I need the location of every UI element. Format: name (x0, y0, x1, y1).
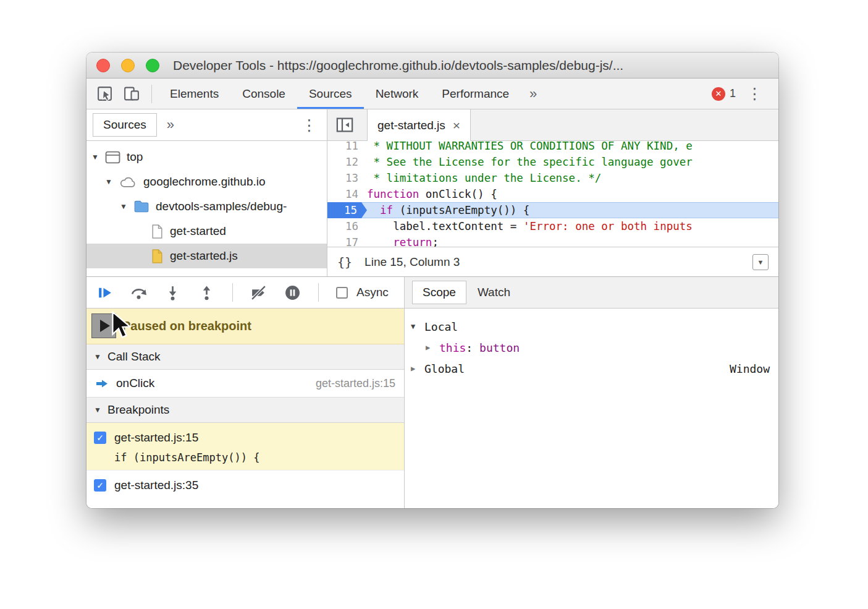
breakpoint-checkbox[interactable]: ✓ (94, 479, 106, 492)
scope-var-value: button (479, 341, 520, 354)
breakpoint-code: if (inputsAreEmpty()) { (114, 451, 397, 464)
expand-icon[interactable]: ▼ (120, 202, 133, 211)
collapse-icon[interactable]: ▼ (94, 352, 107, 361)
line-number-gutter[interactable]: 14 (327, 186, 367, 202)
pause-on-exceptions-button[interactable] (284, 284, 301, 301)
toolbar-separator (232, 283, 233, 302)
breakpoint-item[interactable]: ✓ get-started.js:15 if (inputsAreEmpty()… (86, 423, 404, 471)
line-number-gutter[interactable]: 16 (327, 218, 367, 234)
device-toolbar-button[interactable] (118, 79, 145, 109)
tree-item-origin[interactable]: ▼ googlechrome.github.io (86, 169, 327, 194)
scope-section-value: Window (730, 362, 770, 375)
panel-tabs: Elements Console Sources Network Perform… (158, 79, 546, 109)
breakpoint-item[interactable]: ✓ get-started.js:35 (86, 471, 404, 508)
paused-message: Paused on breakpoint (122, 319, 251, 333)
expand-icon[interactable]: ▼ (91, 153, 105, 161)
line-number-gutter[interactable]: 17 (327, 234, 367, 247)
tree-item-label: top (127, 150, 143, 164)
tab-scope[interactable]: Scope (412, 281, 466, 304)
breakpoint-checkbox[interactable]: ✓ (94, 432, 106, 444)
step-over-button[interactable] (130, 284, 147, 301)
toolbar-right: ✕ 1 ⋮ (712, 86, 778, 101)
file-tree: ▼ top ▼ googlechrome.github.io (86, 141, 327, 276)
tree-item-folder[interactable]: ▼ devtools-samples/debug- (86, 194, 327, 219)
more-sidebar-tabs-button[interactable]: » (167, 117, 174, 133)
execution-line-marker[interactable]: 15 (327, 202, 367, 218)
collapse-icon[interactable]: ▼ (411, 322, 424, 331)
pretty-print-button[interactable]: {} (337, 255, 352, 270)
navigator-kebab-icon[interactable]: ⋮ (298, 117, 321, 133)
cloud-icon (119, 176, 137, 189)
code-editor[interactable]: 11 * WITHOUT WARRANTIES OR CONDITIONS OF… (327, 141, 778, 247)
tree-item-label: get-started (170, 224, 226, 238)
close-window-button[interactable] (96, 59, 110, 72)
sources-bottom-split: Async Paused on breakpoint ▼ Call Stack (86, 277, 778, 508)
line-number-gutter[interactable]: 13 (327, 170, 367, 186)
tab-performance[interactable]: Performance (430, 79, 521, 109)
scope-var-this[interactable]: ▶ this: button (405, 337, 778, 358)
tab-elements[interactable]: Elements (158, 79, 230, 109)
resume-icon (96, 284, 113, 301)
scope-tree: ▼ Local ▶ this: button ▶ Global Window (405, 309, 778, 379)
scope-section-name: Global (424, 362, 465, 375)
error-badge-icon[interactable]: ✕ (712, 87, 725, 101)
tree-item-get-started[interactable]: get-started (86, 219, 327, 244)
tree-item-label: googlechrome.github.io (143, 175, 266, 189)
breakpoints-title: Breakpoints (107, 403, 169, 417)
editor-tab-label: get-started.js (377, 119, 445, 132)
line-number-gutter[interactable]: 12 (327, 154, 367, 170)
debugger-pane: Async Paused on breakpoint ▼ Call Stack (86, 277, 405, 508)
tree-item-label: devtools-samples/debug- (156, 200, 287, 213)
expand-icon[interactable]: ▼ (105, 177, 119, 186)
expand-icon[interactable]: ▶ (411, 364, 424, 373)
tab-network[interactable]: Network (364, 79, 431, 109)
code-scroll: 11 * WITHOUT WARRANTIES OR CONDITIONS OF… (327, 141, 778, 247)
frame-location: get-started.js:15 (316, 377, 395, 390)
file-js-icon (151, 249, 164, 264)
scope-section-global[interactable]: ▶ Global Window (405, 358, 778, 379)
tree-item-top[interactable]: ▼ top (86, 145, 327, 169)
minimize-window-button[interactable] (121, 59, 135, 72)
toolbar-separator (318, 283, 319, 302)
breakpoints-header[interactable]: ▼ Breakpoints (86, 398, 404, 423)
editor-status-bar: {} Line 15, Column 3 ▼ (327, 247, 778, 276)
expand-icon[interactable]: ▶ (426, 343, 439, 352)
editor-tab-get-started-js[interactable]: get-started.js × (367, 109, 471, 141)
navigator-sidebar: Sources » ⋮ ▼ top ▼ (86, 109, 327, 276)
error-count: 1 (730, 87, 736, 100)
sources-top-split: Sources » ⋮ ▼ top ▼ (86, 109, 778, 277)
collapse-icon[interactable]: ▼ (94, 406, 107, 414)
tab-watch[interactable]: Watch (466, 281, 521, 304)
scope-pane: Scope Watch ▼ Local ▶ this: button ▶ Glo… (405, 277, 778, 508)
paused-banner: Paused on breakpoint (86, 309, 404, 344)
editor-options-icon[interactable]: ▼ (752, 254, 769, 270)
triangle-down-icon: ▼ (757, 258, 764, 266)
scope-section-name: Local (424, 320, 458, 333)
async-checkbox[interactable] (336, 287, 348, 299)
page-background: Developer Tools - https://googlechrome.g… (0, 0, 868, 609)
code-line: 13 * limitations under the License. */ (327, 170, 778, 186)
line-number-gutter[interactable]: 11 (327, 141, 367, 154)
tab-sources-sidebar[interactable]: Sources (93, 113, 157, 137)
current-frame-arrow-icon (95, 378, 109, 389)
kebab-menu-icon[interactable]: ⋮ (739, 86, 770, 101)
step-out-icon (198, 284, 215, 301)
resume-script-button[interactable] (96, 284, 113, 301)
step-over-icon (130, 284, 147, 301)
close-tab-icon[interactable]: × (453, 118, 460, 133)
inspect-element-button[interactable] (91, 79, 118, 109)
play-icon (100, 320, 110, 332)
step-out-button[interactable] (198, 284, 215, 301)
scope-section-local[interactable]: ▼ Local (405, 316, 778, 337)
device-toolbar-icon (123, 85, 140, 102)
call-stack-header[interactable]: ▼ Call Stack (86, 344, 404, 370)
step-into-button[interactable] (164, 284, 181, 301)
call-stack-frame[interactable]: onClick get-started.js:15 (86, 370, 404, 398)
deactivate-breakpoints-button[interactable] (250, 284, 267, 301)
more-panels-button[interactable]: » (521, 79, 546, 109)
tab-sources[interactable]: Sources (297, 79, 364, 109)
tab-console[interactable]: Console (230, 79, 297, 109)
toggle-navigator-button[interactable] (327, 109, 362, 140)
zoom-window-button[interactable] (146, 59, 159, 72)
tree-item-get-started-js[interactable]: get-started.js (86, 244, 327, 268)
